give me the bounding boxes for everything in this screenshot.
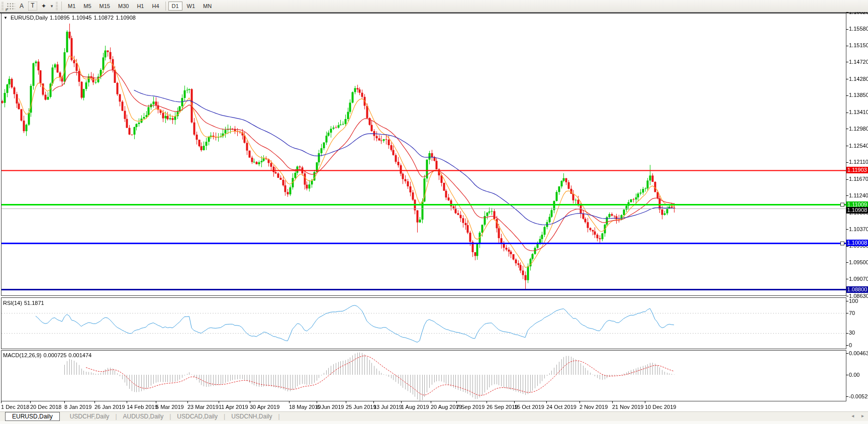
ohlc-high: 1.10945 [72,15,92,21]
date-axis-label: 25 Jun 2019 [346,404,376,410]
price-axis-label: 1.13850 [849,92,868,98]
chart-ohlc-header: ▼EURUSD,Daily1.108951.109451.108721.1090… [4,15,138,21]
toolbar-grip-icon[interactable] [56,2,58,10]
date-axis-label: 1 Dec 2018 [1,404,29,410]
level-price-badge: 1.10008 [846,240,868,246]
date-axis-label: 13 Jul 2019 [373,404,402,410]
toolbar-grip-icon[interactable] [2,2,4,10]
date-axis-label: 30 Apr 2019 [250,404,279,410]
macd-indicator-label: MACD(12,26,9)0.0007250.001474 [3,352,93,358]
price-axis-label: 1.15150 [849,42,868,49]
tab-eurusd-daily[interactable]: EURUSD,Daily [5,412,60,421]
rsi-axis-label: 30 [849,330,855,336]
macd-axis-label: -0.005299 [849,393,868,400]
tab-audusd-daily[interactable]: AUDUSD,Daily [117,413,170,420]
price-axis-label: 1.13410 [849,109,868,116]
text-label-icon[interactable]: T [27,1,38,11]
date-axis-label: 21 Nov 2019 [612,404,643,410]
price-axis-label: 1.11240 [849,192,868,199]
price-axis-label: 1.10370 [849,226,868,233]
tab-scroll-arrows: ◂ ▸ [845,413,864,418]
level-price-badge: 1.08800 [846,286,868,293]
chart-menu-marker-icon[interactable]: ▼ [4,16,8,20]
current-price-badge: 1.10908 [846,207,868,214]
price-axis-label: 1.11670 [849,176,868,182]
top-toolbar: FAT✦▾ M1M5M15M30H1H4D1W1MN [0,0,868,12]
date-axis-label: 2 Nov 2019 [580,404,608,410]
toolbar-separator [61,2,62,11]
timeframe-button-m1[interactable]: M1 [64,2,79,11]
date-axis-label: 11 Apr 2019 [219,404,248,410]
rsi-axis-label: 0 [849,342,852,349]
tab-usdcnh-daily[interactable]: USDCNH,Daily [225,413,278,420]
mt4-chart-window: { "toolbar": { "icons": [ {"name": "char… [0,0,868,424]
chart-symbol-title: EURUSD,Daily [11,15,48,21]
ohlc-open: 1.10895 [50,15,70,21]
date-axis-label: 20 Dec 2018 [30,404,61,410]
ohlc-close: 1.10908 [116,15,136,21]
date-axis-label: 15 Oct 2019 [514,404,544,410]
tab-usdcad-daily[interactable]: USDCAD,Daily [171,413,224,420]
price-axis-label: 1.14280 [849,76,868,82]
tab-separator: | [278,413,279,420]
statusbar-strip [0,421,868,424]
candlestick-chart-canvas[interactable] [0,0,868,424]
arrow-tools-caret-icon[interactable]: ▾ [49,1,54,11]
macd-axis-label: 0.00463 [849,350,868,357]
rsi-axis-label: 100 [849,298,858,304]
timeframe-button-h4[interactable]: H4 [148,2,162,11]
price-axis-label: 1.12110 [849,159,868,165]
tab-scroll-right-arrow-icon[interactable]: ▸ [861,413,864,418]
tab-usdchf-daily[interactable]: USDCHF,Daily [64,413,116,420]
date-axis-label: 6 Jun 2019 [317,404,344,410]
timeframe-button-m15[interactable]: M15 [96,2,114,11]
timeframe-button-mn[interactable]: MN [200,2,215,11]
timeframe-button-w1[interactable]: W1 [183,2,199,11]
price-axis-label: 1.15580 [849,26,868,32]
date-axis-label: 8 Jan 2019 [64,404,91,410]
price-axis-label: 1.09500 [849,259,868,266]
symbol-tab-bar: EURUSD,DailyUSDCHF,Daily|AUDUSD,Daily|US… [0,411,868,421]
rsi-axis-label: 70 [849,310,855,316]
date-axis-label: 26 Jan 2019 [94,404,125,410]
date-axis-label: 5 Mar 2019 [156,404,184,410]
price-axis-label: 1.12980 [849,126,868,132]
price-axis-label: 1.09070 [849,276,868,282]
timeframe-button-d1[interactable]: D1 [168,2,182,11]
date-axis-label: 26 Sep 2019 [487,404,518,410]
rsi-indicator-label: RSI(14)51.1871 [3,300,46,306]
tab-scroll-left-arrow-icon[interactable]: ◂ [851,413,854,418]
date-axis-label: 7 Sep 2019 [456,404,485,410]
level-price-badge: 1.11903 [846,167,868,173]
timeframe-button-m30[interactable]: M30 [115,2,132,11]
macd-axis-label: 0.00 [849,372,859,378]
price-axis-label: 1.14720 [849,59,868,65]
timeframe-button-h1[interactable]: H1 [133,2,147,11]
ohlc-low: 1.10872 [93,15,114,21]
timeframe-button-m5[interactable]: M5 [80,2,94,11]
arrow-tools-icon[interactable]: ✦ [38,1,49,11]
date-axis-label: 14 Feb 2019 [127,404,158,410]
price-axis-label: 1.12540 [849,143,868,149]
date-axis-label: 10 Dec 2019 [645,404,676,410]
chart-group-icon[interactable]: F [5,1,16,11]
toolbar-separator [165,2,166,11]
date-axis-label: 24 Oct 2019 [546,404,576,410]
date-axis-label: 1 Aug 2019 [401,404,429,410]
font-icon[interactable]: A [16,1,27,11]
date-axis-label: 23 Mar 2019 [187,404,219,410]
